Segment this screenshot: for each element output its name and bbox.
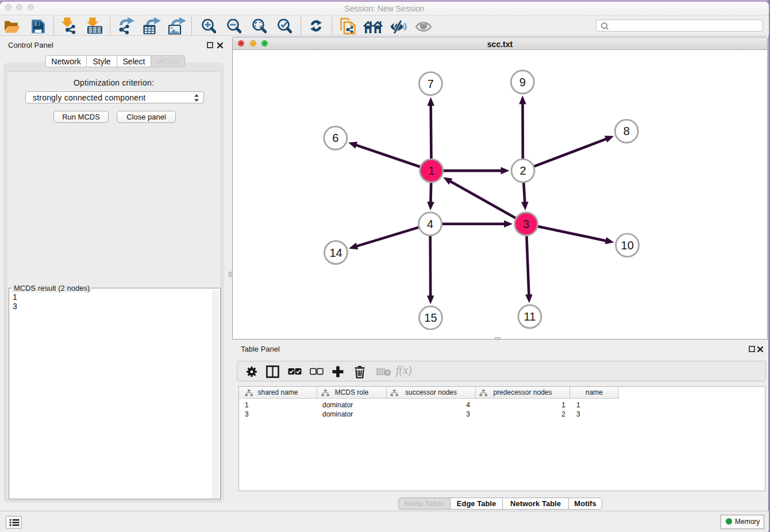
- svg-text:11: 11: [524, 310, 536, 323]
- svg-text:14: 14: [329, 246, 342, 259]
- svg-text:8: 8: [623, 125, 630, 137]
- svg-text:3: 3: [523, 218, 529, 230]
- svg-text:7: 7: [428, 78, 434, 90]
- svg-text:1: 1: [428, 164, 434, 177]
- svg-text:15: 15: [424, 311, 437, 324]
- svg-text:2: 2: [519, 164, 526, 177]
- svg-text:6: 6: [332, 132, 338, 144]
- svg-text:10: 10: [621, 239, 634, 252]
- svg-text:9: 9: [519, 76, 526, 88]
- svg-text:4: 4: [427, 218, 433, 230]
